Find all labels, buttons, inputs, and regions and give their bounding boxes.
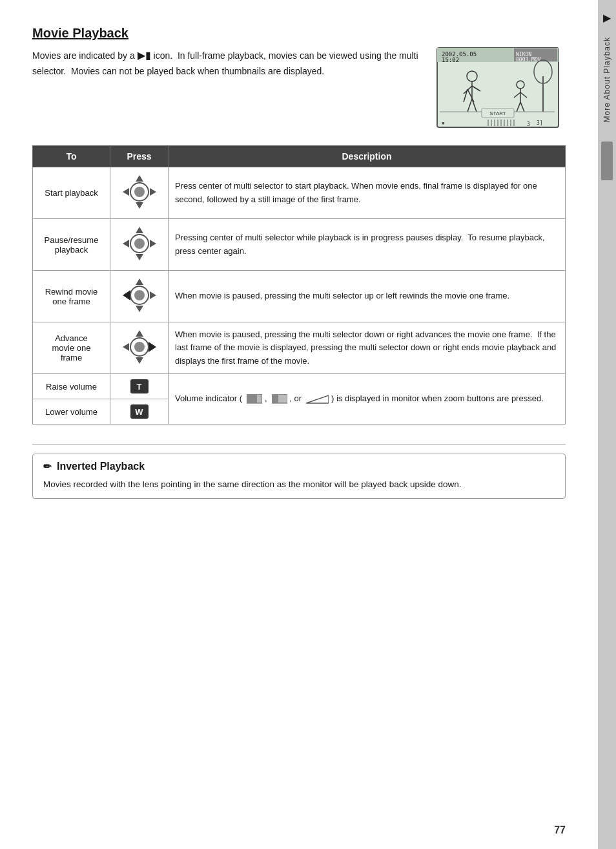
row-to: Start playback — [33, 167, 110, 219]
svg-marker-59 — [149, 342, 156, 352]
svg-point-43 — [134, 187, 145, 197]
col-header-desc: Description — [169, 146, 566, 167]
svg-rect-65 — [272, 394, 278, 403]
inverted-playback-section: ✏ Inverted Playback Movies recorded with… — [32, 454, 566, 499]
intro-text: Movies are indicated by a ▶▮ icon. In fu… — [32, 47, 424, 130]
svg-text:3: 3 — [527, 121, 530, 127]
page-title: Movie Playback — [32, 26, 566, 41]
table-row: Start playback — [33, 167, 566, 219]
svg-marker-41 — [150, 188, 156, 196]
row-desc: When movie is paused, pressing the multi… — [169, 322, 566, 374]
row-press — [110, 219, 169, 271]
svg-text:START: START — [489, 110, 506, 116]
svg-marker-38 — [136, 175, 143, 182]
row-press — [110, 167, 169, 219]
table-row: Advancemovie oneframe When movie is pau — [33, 322, 566, 374]
svg-marker-44 — [136, 227, 143, 233]
svg-marker-47 — [150, 240, 156, 247]
right-tab-label: More About Playback — [602, 37, 611, 122]
playback-table: To Press Description Start playback — [32, 145, 566, 424]
svg-marker-46 — [123, 240, 129, 247]
row-press — [110, 322, 169, 374]
svg-point-61 — [134, 342, 145, 352]
svg-text:15:02: 15:02 — [442, 57, 459, 63]
row-desc: Volume indicator ( , , or ) is displayed… — [169, 374, 566, 424]
inverted-playback-text: Movies recorded with the lens pointing i… — [43, 477, 555, 492]
svg-marker-51 — [136, 306, 143, 312]
row-desc: When movie is paused, pressing the multi… — [169, 271, 566, 322]
table-row: Rewind movieone frame When movie is pau — [33, 271, 566, 322]
svg-marker-50 — [136, 278, 143, 285]
table-row: Raise volume T Volume indicator ( , , or — [33, 374, 566, 399]
col-header-to: To — [33, 146, 110, 167]
row-to: Raise volume — [33, 374, 110, 399]
svg-marker-39 — [136, 202, 143, 209]
svg-marker-56 — [136, 330, 143, 337]
svg-marker-45 — [136, 254, 143, 260]
playback-tab-icon: ▶ — [603, 12, 611, 24]
w-button-icon: W — [130, 404, 149, 419]
row-press: W — [110, 399, 169, 424]
row-desc: Press center of multi selector to start … — [169, 167, 566, 219]
row-to: Lower volume — [33, 399, 110, 424]
row-to: Advancemovie oneframe — [33, 322, 110, 374]
svg-marker-58 — [123, 343, 129, 351]
svg-text:0003.MOV: 0003.MOV — [516, 57, 541, 63]
right-tab-bar — [601, 142, 613, 180]
page-number: 77 — [554, 824, 566, 836]
row-to: Rewind movieone frame — [33, 271, 110, 322]
row-press — [110, 271, 169, 322]
col-header-press: Press — [110, 146, 169, 167]
t-button-icon: T — [130, 379, 149, 393]
svg-marker-66 — [306, 395, 329, 403]
svg-marker-53 — [150, 291, 156, 299]
pencil-icon: ✏ — [43, 461, 52, 472]
svg-text:3]: 3] — [537, 120, 543, 126]
svg-marker-57 — [136, 357, 143, 364]
camera-image: 2002.05.05 15:02 NIKON 0003.MOV — [436, 47, 566, 130]
svg-text:◾: ◾ — [442, 120, 445, 126]
row-desc: Pressing center of multi selector while … — [169, 219, 566, 271]
right-sidebar-tab: ▶ More About Playback — [598, 0, 616, 849]
table-row: Pause/resumeplayback Pressing center of … — [33, 219, 566, 271]
row-press: T — [110, 374, 169, 399]
inverted-playback-title: ✏ Inverted Playback — [43, 461, 555, 472]
svg-point-55 — [134, 290, 145, 300]
svg-rect-63 — [247, 394, 257, 403]
row-to: Pause/resumeplayback — [33, 219, 110, 271]
svg-point-49 — [134, 238, 145, 249]
svg-marker-52 — [123, 290, 130, 300]
svg-marker-40 — [123, 188, 129, 196]
